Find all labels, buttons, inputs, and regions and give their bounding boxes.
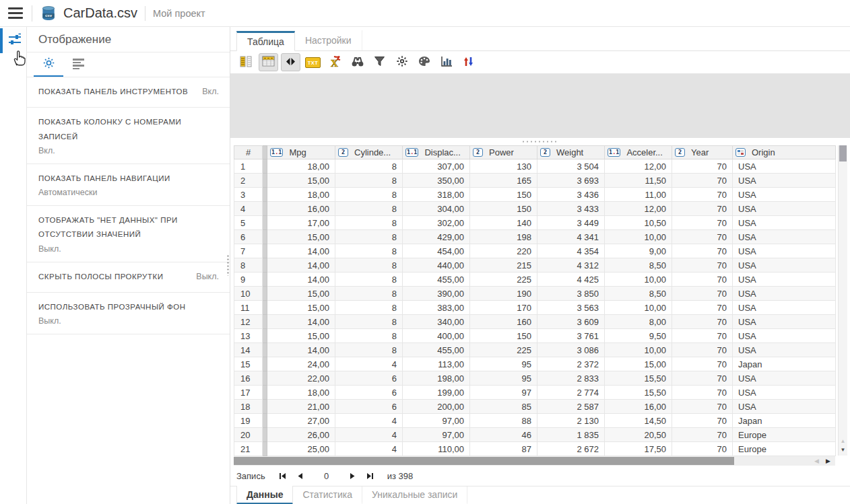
cell[interactable]: 14,00	[267, 315, 335, 329]
cell[interactable]: 70	[672, 442, 733, 456]
cell[interactable]: 3 609	[537, 315, 605, 329]
cell[interactable]: 17,00	[267, 216, 335, 230]
column-header-power[interactable]: 2Power	[470, 146, 537, 159]
horizontal-splitter[interactable]	[230, 138, 850, 145]
cell[interactable]: 2 672	[537, 442, 605, 456]
row-number-cell[interactable]: 20	[234, 428, 263, 442]
cell[interactable]: 16,00	[267, 202, 335, 216]
column-header-weight[interactable]: 2Weight	[537, 146, 605, 159]
display-settings-rail-button[interactable]	[0, 28, 26, 53]
sidebar-tab-list[interactable]	[63, 52, 93, 77]
cell[interactable]: Japan	[733, 414, 836, 428]
cell[interactable]: USA	[733, 343, 836, 357]
previous-record-button[interactable]	[292, 469, 309, 482]
cell[interactable]: 70	[672, 273, 733, 287]
row-number-cell[interactable]: 10	[234, 287, 263, 301]
cell[interactable]: 160	[470, 315, 537, 329]
setting-item[interactable]: ПОКАЗАТЬ ПАНЕЛЬ ИНСТРУМЕНТОВВкл.	[27, 77, 230, 108]
cell[interactable]: USA	[733, 230, 836, 244]
cell[interactable]: 70	[672, 287, 733, 301]
cell[interactable]: 4	[335, 414, 403, 428]
cell[interactable]: 11,00	[605, 188, 672, 202]
cell[interactable]: 150	[470, 329, 537, 343]
row-number-cell[interactable]: 7	[234, 244, 263, 258]
cell[interactable]: 4	[335, 442, 403, 456]
export-excel-button[interactable]: X	[325, 53, 345, 71]
cell[interactable]: USA	[733, 287, 836, 301]
cell[interactable]: 215	[470, 258, 537, 273]
row-number-cell[interactable]: 8	[234, 258, 263, 273]
current-record-value[interactable]: 0	[309, 471, 344, 481]
cell[interactable]: 70	[672, 371, 733, 386]
cell[interactable]: 46	[470, 428, 537, 442]
cell[interactable]: 140	[470, 216, 537, 230]
cell[interactable]: 70	[672, 315, 733, 329]
cell[interactable]: 198	[470, 230, 537, 244]
cell[interactable]: 70	[672, 386, 733, 400]
cell[interactable]: 26,00	[267, 428, 335, 442]
cell[interactable]: 8	[335, 343, 403, 357]
cell[interactable]: 8	[335, 188, 403, 202]
cell[interactable]: 88	[470, 414, 537, 428]
cell[interactable]: 9,00	[605, 244, 672, 258]
hamburger-menu-icon[interactable]	[7, 5, 24, 22]
cell[interactable]: 4	[335, 357, 403, 371]
cell[interactable]: 4 312	[537, 258, 605, 273]
cell[interactable]: 110,00	[403, 442, 470, 456]
row-number-cell[interactable]: 4	[234, 202, 263, 216]
row-number-cell[interactable]: 15	[234, 357, 263, 371]
horizontal-scrollbar-thumb[interactable]	[234, 457, 734, 465]
cell[interactable]: 11,50	[605, 174, 672, 188]
cell[interactable]: 318,00	[403, 188, 470, 202]
cell[interactable]: 10,00	[605, 273, 672, 287]
row-number-cell[interactable]: 13	[234, 329, 263, 343]
cell[interactable]: USA	[733, 371, 836, 386]
settings-button[interactable]	[392, 53, 412, 71]
cell[interactable]: 15,00	[267, 301, 335, 315]
cell[interactable]: 14,00	[267, 343, 335, 357]
cell[interactable]: 70	[672, 244, 733, 258]
bottom-tab-data[interactable]: Данные	[236, 486, 293, 504]
cell[interactable]: 3 504	[537, 159, 605, 174]
cell[interactable]: 8	[335, 216, 403, 230]
cell[interactable]: 8	[335, 258, 403, 273]
column-header-displac[interactable]: 1.1Displac...	[403, 146, 470, 159]
cell[interactable]: 383,00	[403, 301, 470, 315]
cell[interactable]: 302,00	[403, 216, 470, 230]
cell[interactable]: 70	[672, 230, 733, 244]
cell[interactable]: 350,00	[403, 174, 470, 188]
cell[interactable]: 200,00	[403, 400, 470, 414]
cell[interactable]: 70	[672, 174, 733, 188]
cell[interactable]: 3 433	[537, 202, 605, 216]
find-button[interactable]	[348, 53, 367, 71]
cell[interactable]: 4	[335, 428, 403, 442]
cell[interactable]: 4 341	[537, 230, 605, 244]
cell[interactable]: 15,00	[267, 230, 335, 244]
cell[interactable]: 8	[335, 287, 403, 301]
cell[interactable]: 87	[470, 442, 537, 456]
cell[interactable]: 8	[335, 301, 403, 315]
cell[interactable]: 70	[672, 202, 733, 216]
cell[interactable]: 3 693	[537, 174, 605, 188]
column-header-origin[interactable]: Origin	[733, 146, 836, 159]
cell[interactable]: 150	[470, 188, 537, 202]
cell[interactable]: 455,00	[403, 343, 470, 357]
cell[interactable]: 9,50	[605, 329, 672, 343]
cell[interactable]: 18,00	[267, 188, 335, 202]
setting-item[interactable]: СКРЫТЬ ПОЛОСЫ ПРОКРУТКИВыкл.	[27, 262, 230, 293]
sidebar-tab-dice[interactable]	[93, 52, 123, 77]
cell[interactable]: USA	[733, 188, 836, 202]
cell[interactable]: 165	[470, 174, 537, 188]
column-header-acceler[interactable]: 1.1Acceler...	[605, 146, 672, 159]
cell[interactable]: 400,00	[403, 329, 470, 343]
cell[interactable]: 15,50	[605, 371, 672, 386]
chart-button[interactable]	[436, 53, 456, 71]
vertical-scrollbar[interactable]: ▲ ▼	[838, 145, 847, 456]
fit-columns-button[interactable]	[281, 53, 300, 71]
sidebar-resize-grip[interactable]	[227, 254, 229, 276]
cell[interactable]: 97,00	[403, 428, 470, 442]
cell[interactable]: 18,00	[267, 159, 335, 174]
cell[interactable]: 70	[672, 414, 733, 428]
cell[interactable]: 8	[335, 329, 403, 343]
cell[interactable]: 95	[470, 357, 537, 371]
